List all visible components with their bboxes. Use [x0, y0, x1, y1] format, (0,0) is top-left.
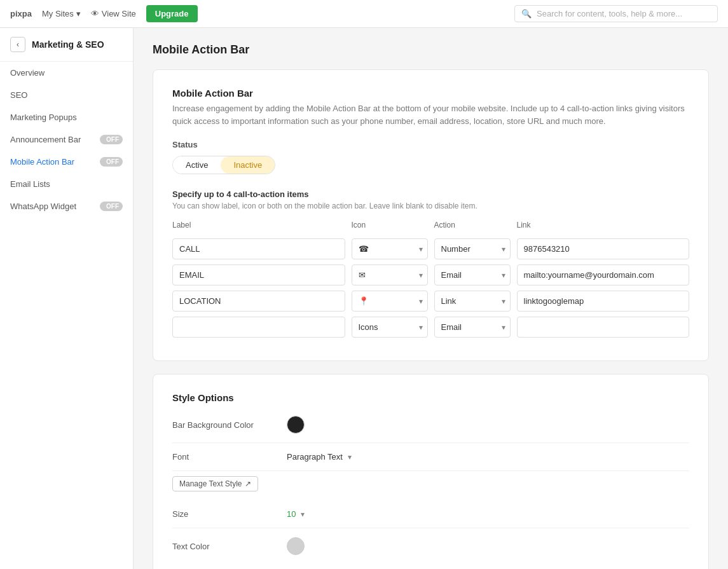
- page-title: Mobile Action Bar: [153, 43, 709, 57]
- sidebar-item-marketing-popups[interactable]: Marketing Popups: [0, 106, 133, 128]
- col-header-label: Label: [172, 221, 345, 233]
- cta-row3-label-wrapper: [172, 291, 345, 312]
- bar-bg-color-row: Bar Background Color: [172, 407, 689, 443]
- size-chevron-icon: ▾: [301, 510, 305, 519]
- cta-row1-link-wrapper: [517, 238, 690, 259]
- sidebar: ‹ Marketing & SEO Overview SEO Marketing…: [0, 28, 134, 569]
- manage-text-style-row: Manage Text Style ↗: [172, 471, 689, 500]
- sidebar-item-seo[interactable]: SEO: [0, 84, 133, 106]
- font-label: Font: [172, 452, 287, 462]
- text-color-label: Text Color: [172, 542, 287, 551]
- topbar: pixpa My Sites ▾ 👁 View Site Upgrade 🔍 S…: [0, 0, 728, 28]
- sidebar-item-mobile-action-bar[interactable]: Mobile Action Bar OFF: [0, 151, 133, 173]
- view-site-link[interactable]: 👁 View Site: [91, 9, 136, 18]
- mobile-action-bar-card: Mobile Action Bar Increase engagement by…: [153, 69, 709, 361]
- cta-row3-action-wrapper: Link Email Number: [434, 291, 511, 312]
- cta-row3-action-select[interactable]: Link Email Number: [434, 291, 511, 312]
- col-header-action: Action: [434, 221, 511, 233]
- cta-row3-label-input[interactable]: [172, 291, 345, 312]
- cta-row3-icon-wrapper: 📍: [352, 291, 428, 312]
- font-select[interactable]: Paragraph Text ▾: [287, 452, 352, 462]
- search-icon: 🔍: [521, 9, 532, 18]
- cta-row4-icon-wrapper: Icons: [352, 317, 428, 338]
- status-active-button[interactable]: Active: [173, 156, 221, 174]
- cta-headers: Label Icon Action Link: [172, 221, 689, 233]
- bar-bg-color-swatch[interactable]: [287, 416, 305, 434]
- cta-row1-icon-wrapper: ☎: [352, 238, 428, 259]
- col-header-link: Link: [517, 221, 690, 233]
- cta-row3-link-wrapper: [517, 291, 690, 312]
- cta-row1-action-wrapper: Number Email Link: [434, 238, 511, 259]
- font-row: Font Paragraph Text ▾: [172, 443, 689, 471]
- sidebar-item-email-lists[interactable]: Email Lists: [0, 173, 133, 195]
- manage-link-icon: ↗: [245, 479, 251, 488]
- sidebar-title: Marketing & SEO: [32, 39, 104, 50]
- text-color-swatch[interactable]: [287, 537, 305, 555]
- whatsapp-widget-toggle[interactable]: OFF: [100, 202, 123, 211]
- cta-row-1: ☎ Number Email Link: [172, 238, 689, 259]
- cta-row2-link-wrapper: [517, 264, 690, 285]
- logo: pixpa: [10, 9, 32, 18]
- card1-desc: Increase engagement by adding the Mobile…: [172, 102, 689, 127]
- cta-row1-label-input[interactable]: [172, 238, 345, 259]
- size-select[interactable]: 10 ▾: [287, 509, 305, 519]
- sidebar-item-overview[interactable]: Overview: [0, 62, 133, 84]
- mobile-action-bar-toggle[interactable]: OFF: [100, 157, 123, 167]
- size-label: Size: [172, 509, 287, 519]
- sidebar-back-button[interactable]: ‹: [10, 37, 25, 52]
- style-options-card: Style Options Bar Background Color Font …: [153, 374, 709, 569]
- cta-row-4: Icons Email Number Link: [172, 317, 689, 338]
- cta-row2-action-select[interactable]: Email Number Link: [434, 264, 511, 285]
- cta-row2-icon-select[interactable]: ✉: [352, 264, 428, 285]
- cta-row1-icon-select[interactable]: ☎: [352, 238, 428, 259]
- font-value: Paragraph Text: [287, 452, 343, 462]
- col-header-icon: Icon: [352, 221, 428, 233]
- cta-row3-link-input[interactable]: [517, 291, 690, 312]
- cta-row4-icon-select[interactable]: Icons: [352, 317, 428, 338]
- sidebar-item-whatsapp-widget[interactable]: WhatsApp Widget OFF: [0, 195, 133, 217]
- search-bar[interactable]: 🔍 Search for content, tools, help & more…: [514, 5, 718, 22]
- cta-row4-label-wrapper: [172, 317, 345, 338]
- font-chevron-icon: ▾: [348, 453, 352, 462]
- my-sites-menu[interactable]: My Sites ▾: [42, 9, 81, 18]
- cta-row2-label-input[interactable]: [172, 264, 345, 285]
- sidebar-item-announcement-bar[interactable]: Announcement Bar OFF: [0, 128, 133, 151]
- cta-row1-link-input[interactable]: [517, 238, 690, 259]
- cta-section-title: Specify up to 4 call-to-action items: [172, 189, 689, 199]
- cta-row1-label-wrapper: [172, 238, 345, 259]
- card1-title: Mobile Action Bar: [172, 88, 689, 99]
- main-content: Mobile Action Bar Mobile Action Bar Incr…: [134, 28, 728, 569]
- status-label: Status: [172, 140, 689, 149]
- cta-section-desc: You can show label, icon or both on the …: [172, 202, 689, 210]
- cta-row4-label-input[interactable]: [172, 317, 345, 338]
- bar-bg-color-label: Bar Background Color: [172, 420, 287, 430]
- cta-row3-icon-select[interactable]: 📍: [352, 291, 428, 312]
- size-value: 10: [287, 509, 296, 519]
- cta-row1-action-select[interactable]: Number Email Link: [434, 238, 511, 259]
- cta-row2-action-wrapper: Email Number Link: [434, 264, 511, 285]
- manage-text-style-link[interactable]: Manage Text Style ↗: [172, 476, 258, 491]
- cta-row-2: ✉ Email Number Link: [172, 264, 689, 285]
- status-toggle-group: Active Inactive: [172, 156, 275, 174]
- cta-row4-link-wrapper: [517, 317, 690, 338]
- cta-row4-action-wrapper: Email Number Link: [434, 317, 511, 338]
- cta-row4-link-input[interactable]: [517, 317, 690, 338]
- cta-row-3: 📍 Link Email Number: [172, 291, 689, 312]
- cta-row2-label-wrapper: [172, 264, 345, 285]
- text-color-row: Text Color: [172, 528, 689, 564]
- cta-row2-link-input[interactable]: [517, 264, 690, 285]
- size-row: Size 10 ▾: [172, 500, 689, 528]
- sidebar-header: ‹ Marketing & SEO: [0, 28, 133, 62]
- card2-title: Style Options: [172, 392, 689, 403]
- cta-row4-action-select[interactable]: Email Number Link: [434, 317, 511, 338]
- upgrade-button[interactable]: Upgrade: [146, 5, 198, 22]
- cta-row2-icon-wrapper: ✉: [352, 264, 428, 285]
- status-inactive-button[interactable]: Inactive: [221, 156, 275, 174]
- manage-text-style-label: Manage Text Style: [179, 479, 242, 488]
- announcement-bar-toggle[interactable]: OFF: [100, 135, 123, 144]
